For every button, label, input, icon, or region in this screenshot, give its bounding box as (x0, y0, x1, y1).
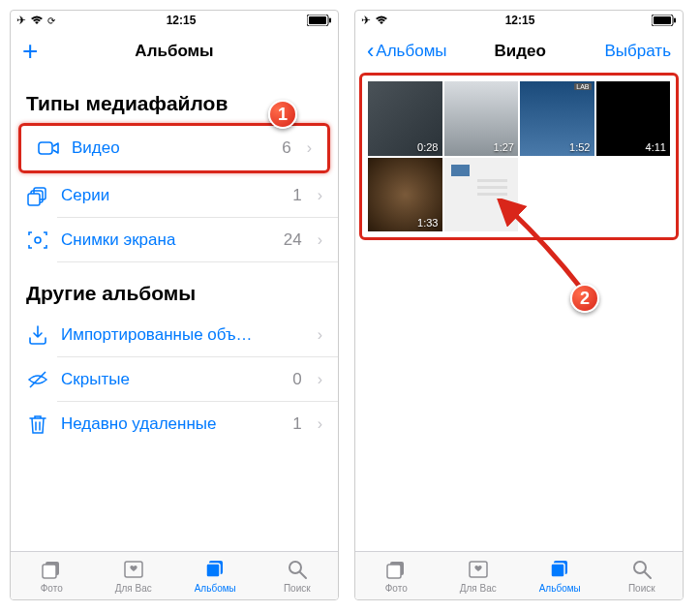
row-hidden[interactable]: Скрытые 0 › (11, 357, 338, 402)
svg-rect-6 (28, 194, 40, 205)
content[interactable]: 0:28 1:27 LAB1:52 4:11 1:33 2 (355, 73, 683, 551)
row-count: 1 (292, 414, 301, 434)
chevron-right-icon: › (307, 139, 312, 157)
loading-icon: ⟳ (47, 15, 55, 26)
row-label: Недавно удаленные (61, 414, 281, 434)
status-bar: ✈ 12:15 (355, 11, 683, 30)
tab-photos[interactable]: Фото (355, 552, 438, 599)
svg-rect-18 (674, 18, 676, 23)
nav-bar: + Альбомы (11, 30, 338, 73)
screenshots-icon (26, 229, 49, 252)
svg-rect-1 (309, 16, 326, 24)
svg-line-8 (30, 372, 46, 387)
video-thumb[interactable]: 1:33 (368, 158, 442, 232)
albums-icon (203, 558, 227, 581)
chevron-right-icon: › (318, 187, 322, 204)
select-button[interactable]: Выбрать (593, 42, 671, 61)
video-grid-highlight: 0:28 1:27 LAB1:52 4:11 1:33 (359, 73, 679, 240)
label-badge: LAB (574, 83, 591, 90)
wifi-icon (375, 15, 388, 25)
video-thumb[interactable] (444, 158, 519, 232)
video-thumb[interactable]: 0:28 (368, 81, 442, 156)
chevron-right-icon: › (318, 415, 322, 433)
tab-search[interactable]: Поиск (257, 552, 339, 599)
duration: 4:11 (646, 141, 666, 153)
row-label: Снимки экрана (61, 230, 272, 250)
video-grid-screen: ✈ 12:15 ‹ Альбомы Видео Выбрать 0:28 1:2… (354, 10, 684, 600)
row-label: Скрытые (61, 370, 281, 389)
tab-photos[interactable]: Фото (11, 552, 93, 599)
nav-title: Видео (447, 42, 593, 61)
row-count: 0 (292, 370, 301, 389)
video-thumb[interactable]: LAB1:52 (520, 81, 594, 156)
svg-rect-3 (39, 142, 52, 154)
search-icon (286, 558, 309, 581)
svg-point-24 (634, 562, 646, 573)
svg-rect-20 (387, 565, 401, 578)
row-imported[interactable]: Импортированные объ… › (11, 313, 338, 357)
tab-for-you[interactable]: Для Вас (438, 552, 520, 599)
row-count: 6 (282, 138, 290, 158)
svg-rect-10 (43, 565, 56, 578)
row-label: Импортированные объ… (61, 325, 290, 345)
chevron-left-icon: ‹ (367, 39, 374, 64)
svg-rect-2 (329, 18, 331, 23)
chevron-right-icon: › (318, 231, 322, 249)
callout-badge-1: 1 (268, 100, 297, 129)
tab-albums[interactable]: Альбомы (519, 552, 601, 599)
row-label: Видео (72, 138, 270, 158)
for-you-icon (122, 558, 145, 581)
tab-for-you[interactable]: Для Вас (93, 552, 175, 599)
back-label: Альбомы (376, 42, 446, 61)
tab-search[interactable]: Поиск (601, 552, 684, 599)
status-time: 12:15 (505, 14, 535, 27)
photos-icon (40, 558, 63, 581)
other-albums-header: Другие альбомы (11, 262, 338, 313)
airplane-icon: ✈ (361, 14, 371, 27)
airplane-icon: ✈ (16, 14, 26, 27)
photos-icon (384, 558, 408, 581)
content[interactable]: Типы медиафайлов 1 Видео 6 › Серии 1 › (11, 73, 338, 551)
svg-line-25 (645, 572, 651, 578)
row-bursts[interactable]: Серии 1 › (11, 173, 338, 218)
search-icon (630, 558, 654, 581)
hidden-icon (26, 368, 49, 391)
tab-label: Для Вас (460, 583, 497, 594)
tab-bar: Фото Для Вас Альбомы Поиск (11, 551, 338, 599)
battery-icon (307, 15, 332, 26)
svg-point-14 (289, 562, 301, 573)
video-thumb[interactable]: 1:27 (444, 81, 519, 156)
svg-line-15 (300, 572, 306, 578)
tab-label: Фото (41, 583, 63, 594)
nav-bar: ‹ Альбомы Видео Выбрать (355, 30, 683, 73)
row-screenshots[interactable]: Снимки экрана 24 › (11, 218, 338, 262)
video-row-highlight: Видео 6 › (18, 123, 330, 173)
video-thumb[interactable]: 4:11 (596, 81, 671, 156)
svg-rect-23 (551, 564, 564, 577)
video-grid: 0:28 1:27 LAB1:52 4:11 1:33 (368, 81, 670, 231)
duration: 1:52 (569, 141, 590, 153)
video-icon (37, 137, 60, 160)
tab-label: Альбомы (195, 583, 236, 594)
callout-badge-2: 2 (570, 284, 599, 313)
for-you-icon (467, 558, 490, 581)
row-count: 1 (292, 186, 301, 205)
row-deleted[interactable]: Недавно удаленные 1 › (11, 402, 338, 446)
tab-label: Фото (385, 583, 408, 594)
status-time: 12:15 (167, 14, 197, 27)
add-button[interactable]: + (22, 38, 38, 65)
back-button[interactable]: ‹ Альбомы (367, 39, 447, 64)
tab-label: Для Вас (115, 583, 152, 594)
trash-icon (26, 413, 49, 436)
tab-bar: Фото Для Вас Альбомы Поиск (355, 551, 683, 599)
tab-label: Поиск (284, 583, 311, 594)
tab-albums[interactable]: Альбомы (174, 552, 257, 599)
svg-rect-13 (206, 564, 220, 577)
svg-rect-17 (654, 16, 671, 24)
battery-icon (652, 15, 677, 26)
row-video[interactable]: Видео 6 › (21, 126, 327, 170)
tab-label: Поиск (628, 583, 655, 594)
duration: 1:27 (494, 141, 514, 153)
status-bar: ✈ ⟳ 12:15 (11, 11, 338, 30)
row-count: 24 (284, 230, 302, 250)
